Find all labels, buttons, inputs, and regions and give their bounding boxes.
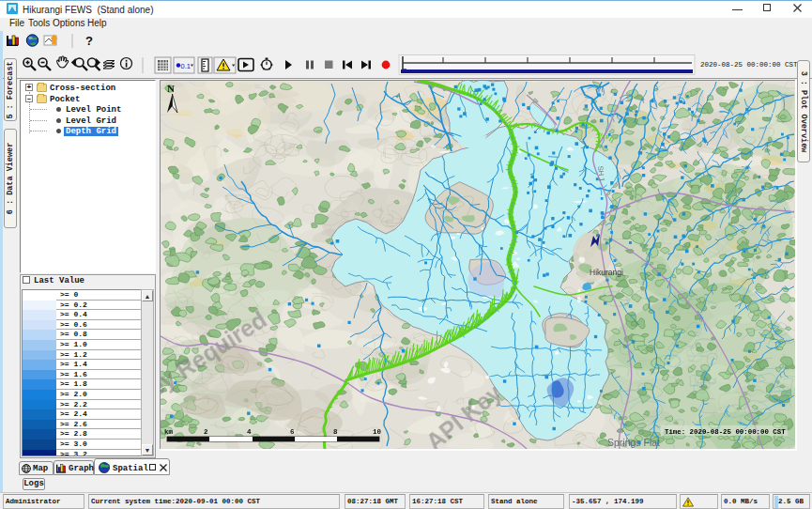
svg-text:2: 2 xyxy=(204,428,208,436)
svg-text:Springs Flat: Springs Flat xyxy=(607,437,660,448)
svg-text:4: 4 xyxy=(247,428,252,436)
svg-text:6: 6 xyxy=(290,428,295,436)
svg-text:8: 8 xyxy=(333,428,338,436)
svg-text:0.1: 0.1 xyxy=(181,62,191,70)
svg-text:Hikurangi: Hikurangi xyxy=(590,268,623,277)
svg-text:Time: 2020-08-25 00:00:00 CST: Time: 2020-08-25 00:00:00 CST xyxy=(665,428,786,436)
svg-text:N: N xyxy=(167,83,175,94)
svg-text:2020-08-25 00:00:00 CST: 2020-08-25 00:00:00 CST xyxy=(700,61,798,69)
svg-text:km: km xyxy=(164,428,174,436)
svg-text:?: ? xyxy=(85,34,93,48)
svg-text:10: 10 xyxy=(373,428,382,436)
